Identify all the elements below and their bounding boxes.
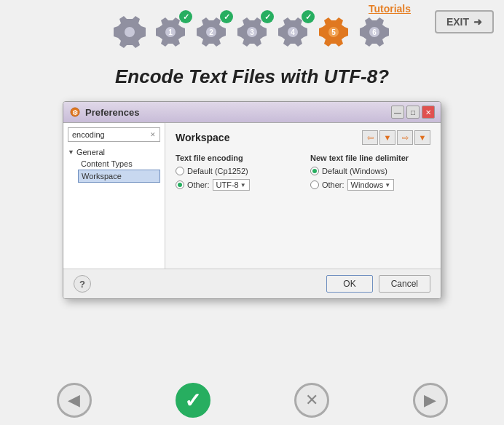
gear-step-2[interactable]: 2 ✓ (192, 13, 230, 51)
sidebar-panel: encoding ✕ ▼ General Content Types Works… (63, 123, 165, 269)
exit-button[interactable]: EXIT ➜ (435, 10, 494, 33)
search-box[interactable]: encoding ✕ (68, 127, 160, 142)
radio-default-cp1252-circle[interactable] (176, 167, 184, 175)
radio-other-encoding[interactable]: Other: UTF-8 ▼ (176, 179, 296, 191)
svg-text:2: 2 (209, 28, 213, 36)
right-col-label: New text file line delimiter (310, 154, 430, 162)
nav-dropdown-arrow[interactable]: ▼ (379, 130, 395, 145)
left-settings-col: Text file encoding Default (Cp1252) Othe… (176, 154, 296, 194)
confirm-button[interactable]: ✓ (176, 383, 210, 418)
minimize-button[interactable]: — (391, 106, 404, 119)
radio-other-delimiter-label: Other: (322, 180, 344, 189)
step-1-check: ✓ (179, 10, 192, 23)
bottom-nav: ◀ ✓ ✕ ▶ (0, 383, 504, 418)
forward-button[interactable]: ▶ (413, 383, 448, 418)
radio-default-cp1252[interactable]: Default (Cp1252) (176, 167, 296, 175)
exit-label: EXIT (446, 16, 469, 28)
tree-children: Content Types Workspace (68, 158, 160, 183)
nav-more-arrow[interactable]: ▼ (414, 130, 430, 145)
page-title: Encode Text Files with UTF-8? (0, 58, 504, 101)
cancel-nav-button[interactable]: ✕ (294, 383, 329, 418)
nav-arrows: ⇦ ▼ ⇨ ▼ (362, 130, 430, 145)
check-icon: ✓ (184, 389, 201, 413)
gear-step-6[interactable]: 6 (355, 13, 393, 51)
preferences-dialog: ⚙ Preferences — □ ✕ encoding ✕ ▼ (63, 101, 441, 299)
step-4-check: ✓ (302, 10, 315, 23)
radio-default-windows[interactable]: Default (Windows) (310, 167, 430, 175)
back-icon: ◀ (68, 391, 80, 410)
tree-header: ▼ General (68, 146, 160, 158)
svg-text:6: 6 (372, 28, 377, 36)
radio-other-delimiter[interactable]: Other: Windows ▼ (310, 179, 430, 191)
svg-text:⚙: ⚙ (72, 109, 78, 116)
delimiter-dropdown-arrow: ▼ (385, 182, 390, 188)
gear-step-3[interactable]: 3 ✓ (233, 13, 271, 51)
encoding-dropdown-arrow: ▼ (240, 182, 246, 188)
settings-columns: Text file encoding Default (Cp1252) Othe… (176, 154, 430, 194)
dialog-title-section: ⚙ Preferences (69, 106, 139, 118)
svg-point-0 (125, 27, 135, 37)
preferences-icon: ⚙ (69, 106, 81, 118)
content-panel: Workspace ⇦ ▼ ⇨ ▼ Text file encoding (165, 123, 441, 269)
svg-text:4: 4 (291, 28, 295, 36)
sidebar-item-workspace[interactable]: Workspace (78, 170, 160, 183)
panel-title: Workspace (176, 132, 229, 143)
radio-other-encoding-label: Other: (187, 180, 210, 189)
right-settings-col: New text file line delimiter Default (Wi… (310, 154, 430, 194)
step-3-check: ✓ (261, 10, 274, 23)
forward-icon: ▶ (424, 391, 436, 410)
delimiter-dropdown[interactable]: Windows ▼ (347, 179, 395, 191)
radio-other-encoding-circle[interactable] (176, 180, 184, 189)
clear-icon[interactable]: ✕ (150, 131, 156, 138)
tree-root-label: General (76, 148, 105, 156)
close-button[interactable]: ✕ (422, 106, 435, 119)
dialog-overlay: ⚙ Preferences — □ ✕ encoding ✕ ▼ (0, 101, 504, 299)
ok-button[interactable]: OK (326, 275, 372, 293)
x-icon: ✕ (305, 391, 318, 410)
steps-row: 1 ✓ 2 ✓ 3 ✓ 4 (0, 0, 504, 58)
tree-expand-icon: ▼ (68, 148, 74, 156)
sidebar-item-content-types[interactable]: Content Types (78, 158, 160, 170)
encoding-value: UTF-8 (216, 180, 239, 189)
svg-text:1: 1 (168, 28, 173, 36)
dialog-body: encoding ✕ ▼ General Content Types Works… (63, 123, 441, 269)
gear-step-5[interactable]: 5 (315, 13, 353, 51)
dialog-footer: ? OK Cancel (63, 269, 441, 298)
svg-text:5: 5 (331, 28, 336, 36)
gear-step-4[interactable]: 4 ✓ (274, 13, 312, 51)
delimiter-value: Windows (351, 180, 384, 189)
back-button[interactable]: ◀ (57, 383, 92, 418)
svg-text:3: 3 (250, 28, 254, 36)
left-col-label: Text file encoding (176, 154, 296, 162)
tree-root: ▼ General Content Types Workspace (68, 146, 160, 183)
dialog-title-text: Preferences (85, 107, 139, 118)
dialog-controls: — □ ✕ (391, 106, 435, 119)
dialog-titlebar: ⚙ Preferences — □ ✕ (63, 102, 441, 123)
search-text: encoding (72, 130, 105, 139)
nav-back-arrow[interactable]: ⇦ (362, 130, 378, 145)
radio-default-windows-label: Default (Windows) (322, 167, 387, 175)
radio-default-windows-circle[interactable] (310, 167, 319, 175)
footer-buttons: OK Cancel (326, 275, 430, 293)
radio-default-cp1252-label: Default (Cp1252) (187, 167, 248, 175)
nav-forward-arrow[interactable]: ⇨ (397, 130, 413, 145)
step-2-check: ✓ (220, 10, 233, 23)
gear-step-1[interactable]: 1 ✓ (151, 13, 189, 51)
encoding-dropdown[interactable]: UTF-8 ▼ (213, 179, 250, 191)
help-button[interactable]: ? (74, 275, 91, 293)
exit-arrow-icon: ➜ (473, 16, 482, 28)
gear-settings[interactable] (111, 13, 149, 51)
radio-other-delimiter-circle[interactable] (310, 180, 319, 189)
content-header: Workspace ⇦ ▼ ⇨ ▼ (176, 130, 430, 145)
cancel-button[interactable]: Cancel (379, 275, 430, 293)
maximize-button[interactable]: □ (406, 106, 420, 119)
